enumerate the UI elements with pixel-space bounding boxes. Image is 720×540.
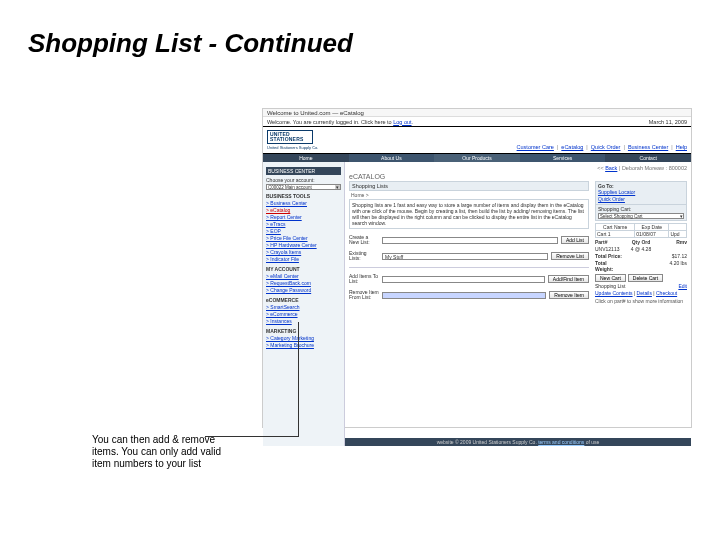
logout-link[interactable]: Log out bbox=[393, 119, 411, 125]
page-title: Shopping List - Continued bbox=[28, 28, 353, 59]
footer: website © 2009 United Stationers Supply … bbox=[345, 438, 691, 446]
sidebar-link[interactable]: > eMail Center bbox=[266, 273, 341, 280]
sidebar-link[interactable]: > EOP bbox=[266, 228, 341, 235]
remove-list-button[interactable]: Remove List bbox=[551, 252, 589, 260]
sidebar-link[interactable]: > SmartSearch bbox=[266, 304, 341, 311]
sidebar: BUSINESS CENTER Choose your account: C00… bbox=[263, 162, 345, 446]
link-ecatalog[interactable]: eCatalog bbox=[561, 144, 583, 150]
nav-services[interactable]: Services bbox=[520, 154, 606, 162]
sidebar-group-marketing: MARKETING bbox=[266, 328, 341, 334]
create-input[interactable] bbox=[382, 237, 558, 244]
nav-products[interactable]: Our Products bbox=[434, 154, 520, 162]
existing-input[interactable]: My Stuff bbox=[382, 253, 548, 260]
sidebar-link[interactable]: > Report Center bbox=[266, 214, 341, 221]
choose-account-label: Choose your account: bbox=[266, 177, 341, 183]
add-find-item-button[interactable]: Add/Find Item bbox=[548, 275, 589, 283]
remove-item-button[interactable]: Remove Item bbox=[549, 291, 589, 299]
account-dropdown[interactable]: C00022 Main account▾ bbox=[266, 184, 341, 190]
cart-table: Cart NameExp Date Cart 101/08/07Upd bbox=[595, 223, 687, 238]
checkout-link[interactable]: Checkout bbox=[656, 290, 677, 296]
screenshot: Welcome to United.com — eCatalog Welcome… bbox=[262, 108, 692, 428]
goto-link[interactable]: Supplies Locator bbox=[598, 189, 684, 196]
sidebar-link[interactable]: > HP Hardware Center bbox=[266, 242, 341, 249]
sidebar-link[interactable]: > Indicator File bbox=[266, 256, 341, 263]
panel-blurb: Shopping lists are 1 fast and easy way t… bbox=[349, 199, 589, 229]
caption: You can then add & remove items. You can… bbox=[92, 434, 242, 470]
link-customer-care[interactable]: Customer Care bbox=[517, 144, 554, 150]
sidebar-group-business-tools: BUSINESS TOOLS bbox=[266, 193, 341, 199]
info-text: Click on part# to show more information bbox=[595, 298, 687, 304]
create-label: Create a New List: bbox=[349, 235, 379, 245]
ecatalog-title: eCATALOG bbox=[349, 173, 687, 180]
delete-cart-button[interactable]: Delete Cart bbox=[628, 274, 663, 282]
sidebar-link[interactable]: > Change Password bbox=[266, 287, 341, 294]
sidebar-hdr-business-center: BUSINESS CENTER bbox=[266, 167, 341, 175]
nav-about[interactable]: About Us bbox=[349, 154, 435, 162]
new-cart-button[interactable]: New Cart bbox=[595, 274, 626, 282]
right-panel: Go To: Supplies Locator Quick Order Shop… bbox=[595, 181, 687, 304]
link-business-center[interactable]: Business Center bbox=[628, 144, 668, 150]
sidebar-link[interactable]: > eCatalog bbox=[266, 207, 341, 214]
add-items-label: Add Items To List: bbox=[349, 274, 379, 284]
terms-link[interactable]: terms and conditions bbox=[538, 439, 584, 445]
sidebar-link[interactable]: > eCommerce bbox=[266, 311, 341, 318]
cart-title: Shopping Cart: bbox=[598, 206, 631, 212]
link-quick-order[interactable]: Quick Order bbox=[591, 144, 621, 150]
breadcrumb: << Back | Deborah Moreaw : 800002 bbox=[349, 165, 687, 171]
sidebar-link[interactable]: > Category Marketing bbox=[266, 335, 341, 342]
callout-line-v bbox=[298, 322, 299, 436]
remove-item-label: Remove Item From List: bbox=[349, 290, 379, 300]
add-items-input[interactable] bbox=[382, 276, 545, 283]
welcome-bar: Welcome. You are currently logged in. Cl… bbox=[263, 117, 691, 127]
cart-select[interactable]: Select Shopping Cart▾ bbox=[598, 213, 684, 219]
logo: UNITEDSTATIONERS United Stationers Suppl… bbox=[267, 130, 327, 150]
sidebar-link[interactable]: > eTracs bbox=[266, 221, 341, 228]
navbar: Home About Us Our Products Services Cont… bbox=[263, 154, 691, 162]
top-links: Customer Care| eCatalog| Quick Order| Bu… bbox=[517, 144, 687, 150]
sidebar-group-my-account: MY ACCOUNT bbox=[266, 266, 341, 272]
sidebar-link[interactable]: > Crayola Items bbox=[266, 249, 341, 256]
edit-link[interactable]: Edit bbox=[678, 283, 687, 289]
add-list-button[interactable]: Add List bbox=[561, 236, 589, 244]
link-help[interactable]: Help bbox=[676, 144, 687, 150]
details-link[interactable]: Details bbox=[637, 290, 652, 296]
welcome-text: Welcome. You are currently logged in. Cl… bbox=[267, 119, 393, 125]
goto-link[interactable]: Quick Order bbox=[598, 196, 684, 203]
sidebar-link[interactable]: > RequestBack.com bbox=[266, 280, 341, 287]
nav-contact[interactable]: Contact bbox=[605, 154, 691, 162]
url-bar: Welcome to United.com — eCatalog bbox=[263, 109, 691, 117]
remove-item-input[interactable] bbox=[382, 292, 546, 299]
nav-home[interactable]: Home bbox=[263, 154, 349, 162]
existing-label: Existing Lists: bbox=[349, 251, 379, 261]
back-link[interactable]: Back bbox=[605, 165, 617, 171]
date-text: March 11, 2009 bbox=[649, 119, 687, 125]
sidebar-link[interactable]: > Marketing Brochure bbox=[266, 342, 341, 349]
sidebar-link[interactable]: > Price File Center bbox=[266, 235, 341, 242]
update-contents-link[interactable]: Update Contents bbox=[595, 290, 633, 296]
sidebar-link[interactable]: > Business Center bbox=[266, 200, 341, 207]
sidebar-group-ecommerce: eCOMMERCE bbox=[266, 297, 341, 303]
panel-header: Shopping Lists bbox=[349, 181, 589, 191]
panel-sub: Home > bbox=[349, 191, 589, 199]
sidebar-link[interactable]: > Instances bbox=[266, 318, 341, 325]
